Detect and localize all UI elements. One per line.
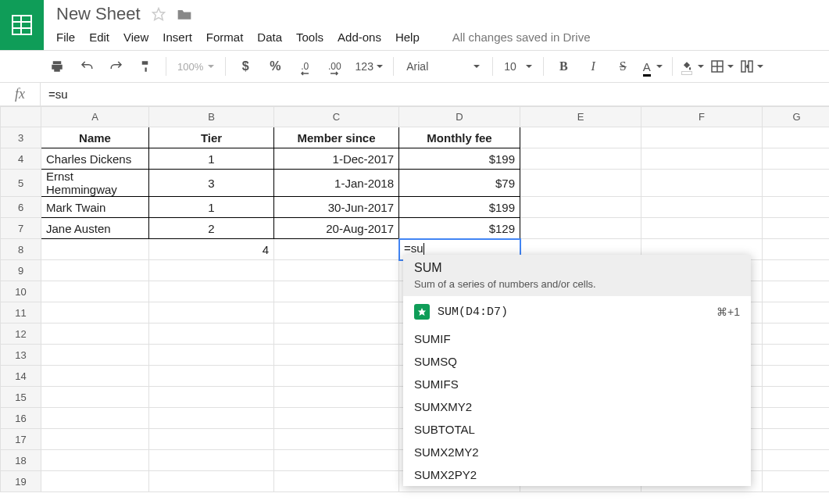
cell[interactable] <box>763 387 830 408</box>
sheets-logo[interactable] <box>0 0 44 50</box>
cell[interactable] <box>763 239 830 260</box>
fill-color-button[interactable] <box>679 55 706 77</box>
menu-edit[interactable]: Edit <box>89 30 109 44</box>
cell[interactable] <box>149 302 274 323</box>
cell[interactable]: 3 <box>149 170 274 197</box>
row-header[interactable]: 19 <box>1 471 41 492</box>
cell[interactable] <box>274 323 399 345</box>
cell[interactable] <box>520 127 641 148</box>
cell[interactable] <box>763 197 830 218</box>
cell[interactable] <box>149 345 274 366</box>
cell[interactable]: 2 <box>149 218 274 239</box>
star-icon[interactable] <box>152 7 166 21</box>
cell[interactable]: 20-Aug-2017 <box>274 218 399 239</box>
cell[interactable]: 1-Jan-2018 <box>274 170 399 197</box>
col-header-E[interactable]: E <box>520 107 641 127</box>
cell[interactable] <box>41 345 149 366</box>
cell[interactable]: $199 <box>399 197 520 218</box>
cell[interactable] <box>41 260 149 281</box>
cell[interactable] <box>149 323 274 345</box>
cell[interactable] <box>41 366 149 387</box>
cell[interactable] <box>41 239 149 260</box>
autocomplete-selected-item[interactable]: SUM Sum of a series of numbers and/or ce… <box>403 255 751 296</box>
select-all-cell[interactable] <box>1 107 41 127</box>
cell[interactable] <box>149 471 274 492</box>
cell[interactable]: 30-Jun-2017 <box>274 197 399 218</box>
cell[interactable] <box>41 429 149 450</box>
cell[interactable]: Ernst Hemmingway <box>41 170 149 197</box>
col-header-G[interactable]: G <box>763 107 830 127</box>
percent-button[interactable]: % <box>262 55 288 77</box>
italic-button[interactable]: I <box>580 55 606 77</box>
document-title[interactable]: New Sheet <box>56 4 141 24</box>
cell[interactable] <box>41 302 149 323</box>
cell[interactable] <box>274 471 399 492</box>
undo-button[interactable] <box>73 55 100 77</box>
formula-input[interactable]: =su <box>41 83 829 105</box>
cell[interactable] <box>274 429 399 450</box>
cell[interactable] <box>763 127 830 148</box>
cell[interactable]: Mark Twain <box>41 197 149 218</box>
row-header[interactable]: 4 <box>1 148 41 170</box>
cell[interactable] <box>41 387 149 408</box>
menu-data[interactable]: Data <box>257 30 282 44</box>
autocomplete-item[interactable]: SUMX2MY2 <box>403 441 751 463</box>
cell[interactable] <box>274 239 399 260</box>
bold-button[interactable]: B <box>550 55 577 77</box>
menu-file[interactable]: File <box>56 30 75 44</box>
cell[interactable] <box>274 281 399 302</box>
cell[interactable] <box>763 170 830 197</box>
menu-view[interactable]: View <box>123 30 148 44</box>
cell[interactable] <box>149 429 274 450</box>
autocomplete-item[interactable]: SUMX2PY2 <box>403 463 751 486</box>
menu-tools[interactable]: Tools <box>296 30 323 44</box>
autocomplete-item[interactable]: SUMXMY2 <box>403 395 751 418</box>
row-header[interactable]: 9 <box>1 260 41 281</box>
cell[interactable] <box>274 366 399 387</box>
increase-decimal-button[interactable]: .00 <box>321 55 348 77</box>
menu-insert[interactable]: Insert <box>163 30 192 44</box>
col-header-C[interactable]: C <box>274 107 399 127</box>
menu-addons[interactable]: Add-ons <box>338 30 381 44</box>
cell[interactable] <box>41 450 149 471</box>
cell[interactable] <box>641 127 763 148</box>
redo-button[interactable] <box>103 55 130 77</box>
paint-format-button[interactable] <box>133 55 159 77</box>
cell[interactable] <box>274 260 399 281</box>
cell[interactable] <box>41 281 149 302</box>
cell[interactable] <box>763 345 830 366</box>
cell[interactable]: Monthly fee <box>399 127 520 148</box>
row-header[interactable]: 14 <box>1 366 41 387</box>
menu-format[interactable]: Format <box>206 30 244 44</box>
print-button[interactable] <box>44 55 70 77</box>
autocomplete-smart-suggestion[interactable]: SUM(D4:D7) ⌘+1 <box>403 296 751 327</box>
cell[interactable]: $129 <box>399 218 520 239</box>
cell[interactable]: Charles Dickens <box>41 148 149 170</box>
col-header-B[interactable]: B <box>149 107 274 127</box>
zoom-dropdown[interactable]: 100% <box>173 61 219 73</box>
cell[interactable] <box>763 281 830 302</box>
cell[interactable] <box>149 387 274 408</box>
row-header[interactable]: 8 <box>1 239 41 260</box>
spreadsheet-grid[interactable]: A B C D E F G 3 Name Tier Member since M… <box>0 106 829 492</box>
borders-button[interactable] <box>709 55 735 77</box>
cell[interactable] <box>520 148 641 170</box>
cell[interactable] <box>520 218 641 239</box>
cell[interactable] <box>149 366 274 387</box>
cell[interactable] <box>763 323 830 345</box>
cell[interactable] <box>149 281 274 302</box>
strikethrough-button[interactable]: S <box>609 55 636 77</box>
cell[interactable] <box>274 387 399 408</box>
cell[interactable]: Jane Austen <box>41 218 149 239</box>
row-header[interactable]: 13 <box>1 345 41 366</box>
cell[interactable] <box>149 408 274 429</box>
cell[interactable]: Member since <box>274 127 399 148</box>
cell[interactable] <box>641 197 763 218</box>
cell[interactable] <box>41 408 149 429</box>
cell[interactable]: Name <box>41 127 149 148</box>
autocomplete-item[interactable]: SUBTOTAL <box>403 418 751 441</box>
cell[interactable]: 1 <box>149 197 274 218</box>
row-header[interactable]: 3 <box>1 127 41 148</box>
autocomplete-item[interactable]: SUMIFS <box>403 373 751 395</box>
font-size-dropdown[interactable]: 10 <box>499 60 537 73</box>
